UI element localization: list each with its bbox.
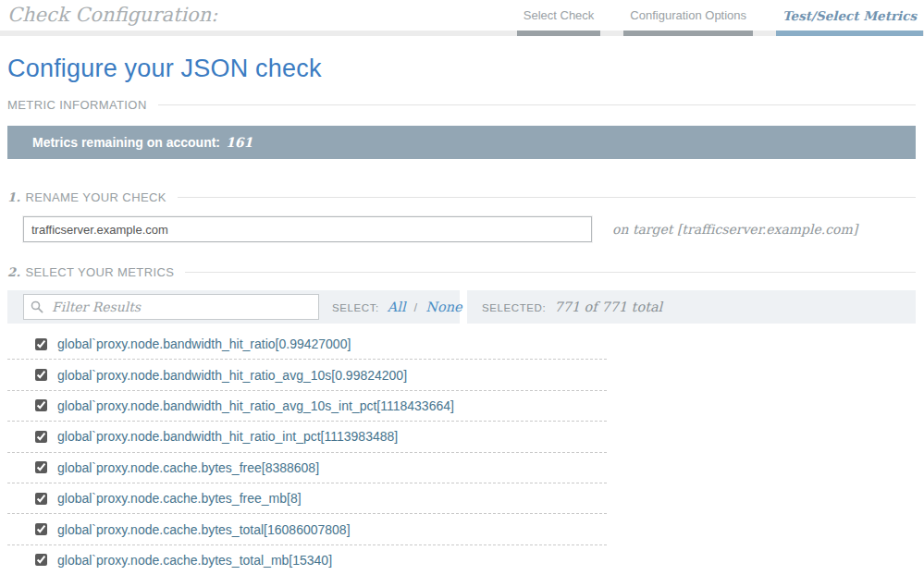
metric-checkbox[interactable] (35, 431, 47, 443)
metric-row: global`proxy.node.bandwidth_hit_ratio[0.… (7, 329, 607, 360)
target-note: on target [trafficserver.example.com] (612, 222, 857, 237)
tab-underline (623, 31, 753, 36)
metric-row: global`proxy.node.cache.bytes_free[83886… (7, 453, 607, 483)
section-number: 1. (7, 190, 20, 204)
filter-results-input[interactable] (23, 294, 319, 320)
tab-select-check[interactable]: Select Check (524, 8, 595, 23)
search-input-wrap (23, 294, 319, 320)
main-content: Configure your JSON check METRIC INFORMA… (0, 55, 924, 575)
selected-summary: 771 of 771 total (554, 300, 662, 314)
metric-checkbox[interactable] (35, 493, 47, 505)
metric-label: global`proxy.node.cache.bytes_total_mb[1… (57, 553, 332, 568)
metric-checkbox[interactable] (35, 523, 47, 535)
filter-toolbar-left: SELECT: All / None (7, 290, 460, 324)
metric-label: global`proxy.node.cache.bytes_total[1608… (57, 522, 351, 537)
metrics-remaining-count: 161 (226, 135, 253, 150)
filter-toolbar-right: SELECTED: 771 of 771 total (467, 290, 916, 324)
select-none-link[interactable]: None (425, 300, 462, 314)
select-all-link[interactable]: All (388, 300, 406, 314)
check-name-input[interactable] (23, 216, 592, 242)
rename-section-label: RENAME YOUR CHECK (25, 190, 166, 204)
metric-row: global`proxy.node.cache.bytes_total_mb[1… (7, 545, 607, 575)
tab-label: Select Check (524, 8, 595, 22)
metric-label: global`proxy.node.bandwidth_hit_ratio[0.… (57, 336, 351, 351)
tab-configuration-options[interactable]: Configuration Options (630, 8, 746, 23)
metric-label: global`proxy.node.bandwidth_hit_ratio_in… (57, 429, 398, 444)
metric-checkbox[interactable] (35, 338, 47, 350)
metric-row: global`proxy.node.bandwidth_hit_ratio_av… (7, 360, 607, 390)
section-rule (185, 272, 916, 273)
tab-label: Configuration Options (630, 8, 746, 22)
page-title: Check Configuration: (7, 4, 217, 26)
select-metrics-section-label: SELECT YOUR METRICS (25, 265, 174, 279)
metric-row: global`proxy.node.cache.bytes_free_mb[8] (7, 483, 607, 514)
banner-text: Metrics remaining on account: (32, 135, 220, 150)
metric-checkbox[interactable] (35, 369, 47, 381)
tab-underline (517, 31, 601, 36)
select-all-none-group: SELECT: All / None (332, 300, 471, 314)
metric-label: global`proxy.node.cache.bytes_free_mb[8] (57, 491, 302, 506)
rename-row: on target [trafficserver.example.com] (7, 216, 916, 242)
metric-label: global`proxy.node.bandwidth_hit_ratio_av… (57, 398, 454, 413)
section-rule (178, 197, 916, 198)
metric-checkbox[interactable] (35, 461, 47, 473)
selected-label: SELECTED: (482, 302, 546, 313)
metric-row: global`proxy.node.cache.bytes_total[1608… (7, 514, 607, 544)
metric-information-label: METRIC INFORMATION (7, 98, 147, 112)
tab-test-select-metrics[interactable]: Test/Select Metrics (782, 8, 917, 23)
rename-section-header: 1. RENAME YOUR CHECK (7, 190, 916, 204)
metric-label: global`proxy.node.cache.bytes_free[83886… (57, 460, 319, 475)
search-icon (31, 300, 43, 313)
section-rule (158, 104, 916, 105)
page-heading: Configure your JSON check (7, 55, 916, 83)
section-number: 2. (7, 265, 20, 279)
selected-summary-group: SELECTED: 771 of 771 total (482, 300, 662, 314)
metric-label: global`proxy.node.bandwidth_hit_ratio_av… (57, 368, 407, 383)
select-label: SELECT: (332, 302, 379, 313)
tab-label: Test/Select Metrics (782, 8, 917, 23)
wizard-tabs: Select Check Configuration Options Test/… (524, 8, 917, 23)
metric-checkbox[interactable] (35, 554, 47, 566)
metric-list: global`proxy.node.bandwidth_hit_ratio[0.… (7, 329, 607, 575)
filter-toolbar: SELECT: All / None SELECTED: 771 of 771 … (7, 290, 916, 324)
metric-row: global`proxy.node.bandwidth_hit_ratio_av… (7, 391, 607, 422)
select-metrics-section-header: 2. SELECT YOUR METRICS (7, 265, 916, 279)
metric-information-section-header: METRIC INFORMATION (7, 98, 916, 112)
page-header: Check Configuration: Select Check Config… (0, 0, 924, 37)
select-separator: / (414, 300, 418, 314)
metrics-remaining-banner: Metrics remaining on account: 161 (7, 126, 916, 159)
metric-checkbox[interactable] (35, 399, 47, 411)
metric-row: global`proxy.node.bandwidth_hit_ratio_in… (7, 422, 607, 452)
tab-underline (776, 31, 923, 36)
